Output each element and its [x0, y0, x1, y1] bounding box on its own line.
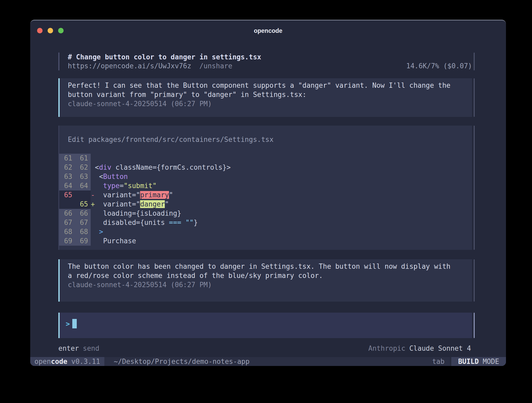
message-text-line: button variant from "primary" to "danger…	[68, 90, 472, 99]
diff-view: 61616262<div className={formCs.controls}…	[59, 154, 472, 246]
diff-row: 65+ variant="danger"	[59, 200, 472, 209]
diff-row: 6161	[59, 154, 472, 163]
minimize-button[interactable]	[48, 28, 53, 33]
code-line: loading={isLoading}	[95, 209, 181, 218]
diff-marker	[91, 218, 95, 227]
share-row: https://opencode.ai/s/UwJxv76z/unshare	[68, 61, 232, 70]
new-line-number: 66	[75, 209, 91, 218]
diff-marker	[91, 172, 95, 181]
enter-key-hint: enter	[58, 344, 79, 352]
edit-tool-card: Edit packages/frontend/src/containers/Se…	[58, 126, 472, 250]
new-line-number: 65	[75, 200, 91, 209]
diff-row: 6363 <Button	[59, 172, 472, 181]
diff-marker	[91, 181, 95, 190]
message-text-line: a red/rose color scheme instead of the b…	[68, 271, 472, 280]
diff-marker: +	[91, 200, 95, 209]
prompt-input[interactable]: >	[58, 313, 472, 338]
close-button[interactable]	[37, 28, 43, 33]
traffic-lights	[37, 28, 64, 33]
window-titlebar: opencode	[30, 20, 506, 38]
code-line: disabled={units === ""}	[95, 218, 198, 227]
send-hint: entersend	[58, 344, 99, 352]
app-name-bold: code	[51, 358, 68, 365]
diff-row: 6969 Purchase	[59, 236, 472, 246]
session-content: # Change button color to danger in setti…	[58, 53, 472, 352]
diff-marker: -	[91, 190, 95, 200]
diff-marker	[91, 209, 95, 218]
code-line: variant="primary"	[95, 190, 173, 200]
code-line: Purchase	[95, 236, 136, 246]
mode-suffix: MODE	[483, 358, 499, 365]
session-title: # Change button color to danger in setti…	[68, 53, 472, 61]
window-title: opencode	[30, 20, 506, 34]
code-line: >	[95, 227, 103, 236]
new-line-number: 64	[75, 181, 91, 190]
app-version: v0.3.11	[71, 358, 100, 365]
diff-marker	[91, 154, 95, 163]
message-body: Perfect! I can see that the Button compo…	[68, 81, 472, 109]
status-bar: opencodev0.3.11 ~/Desktop/Projects/demo-…	[30, 357, 506, 366]
old-line-number: 62	[59, 163, 75, 172]
new-line-number: 63	[75, 172, 91, 181]
token-stats: 14.6K/7% ($0.07)	[406, 61, 472, 70]
working-directory: ~/Desktop/Projects/demo-notes-app	[114, 358, 250, 365]
scroll-indicator	[474, 313, 475, 338]
diff-marker	[91, 227, 95, 236]
message-meta: claude-sonnet-4-20250514 (06:27 PM)	[68, 280, 472, 290]
app-name-regular: open	[34, 358, 51, 365]
diff-row: 65- variant="primary"	[59, 190, 472, 200]
code-line: <div className={formCs.controls}>	[95, 163, 231, 172]
assistant-message: The button color has been changed to dan…	[58, 259, 472, 302]
message-text-line: Perfect! I can see that the Button compo…	[68, 81, 472, 90]
provider-label: Anthropic	[368, 344, 405, 352]
mode-chip: BUILDMODE	[450, 357, 506, 366]
new-line-number: 68	[75, 227, 91, 236]
message-body: The button color has been changed to dan…	[68, 262, 472, 290]
send-label: send	[83, 344, 99, 352]
model-label: Claude Sonnet 4	[409, 344, 471, 352]
session-subtitle: https://opencode.ai/s/UwJxv76z/unshare 1…	[68, 61, 472, 70]
old-line-number: 66	[59, 209, 75, 218]
edit-file-title: Edit packages/frontend/src/containers/Se…	[59, 126, 472, 144]
new-line-number: 62	[75, 163, 91, 172]
old-line-number	[59, 200, 75, 209]
code-line: type="submit"	[95, 181, 157, 190]
opencode-window: opencode # Change button color to danger…	[30, 20, 506, 366]
scroll-indicator	[474, 126, 475, 250]
mode-name: BUILD	[458, 358, 479, 365]
diff-row: 6868 >	[59, 227, 472, 236]
old-line-number: 68	[59, 227, 75, 236]
scroll-indicator	[474, 78, 475, 117]
scroll-indicator	[474, 53, 475, 70]
new-line-number: 61	[75, 154, 91, 163]
message-meta: claude-sonnet-4-20250514 (06:27 PM)	[68, 99, 472, 109]
code-line: <Button	[95, 172, 128, 181]
new-line-number	[75, 190, 91, 200]
old-line-number: 69	[59, 236, 75, 246]
maximize-button[interactable]	[58, 28, 64, 33]
old-line-number: 65	[59, 190, 75, 200]
tab-key-hint: tab	[432, 358, 444, 365]
new-line-number: 67	[75, 218, 91, 227]
share-url: https://opencode.ai/s/UwJxv76z	[68, 62, 191, 70]
hint-row: entersend AnthropicClaude Sonnet 4	[58, 344, 472, 352]
old-line-number: 67	[59, 218, 75, 227]
code-line: variant="danger"	[95, 200, 169, 209]
app-version-chip: opencodev0.3.11	[30, 357, 104, 366]
old-line-number: 63	[59, 172, 75, 181]
scroll-indicator	[474, 259, 475, 302]
diff-marker	[91, 236, 95, 246]
text-cursor	[72, 319, 77, 328]
diff-marker	[91, 163, 95, 172]
assistant-message: Perfect! I can see that the Button compo…	[58, 78, 472, 117]
session-header: # Change button color to danger in setti…	[58, 53, 472, 70]
prompt-caret: >	[66, 320, 70, 328]
old-line-number: 61	[59, 154, 75, 163]
diff-row: 6767 disabled={units === ""}	[59, 218, 472, 227]
unshare-command: /unshare	[200, 62, 232, 70]
diff-row: 6262<div className={formCs.controls}>	[59, 163, 472, 172]
new-line-number: 69	[75, 236, 91, 246]
diff-row: 6464 type="submit"	[59, 181, 472, 190]
model-info: AnthropicClaude Sonnet 4	[368, 344, 471, 352]
message-text-line: The button color has been changed to dan…	[68, 262, 472, 271]
